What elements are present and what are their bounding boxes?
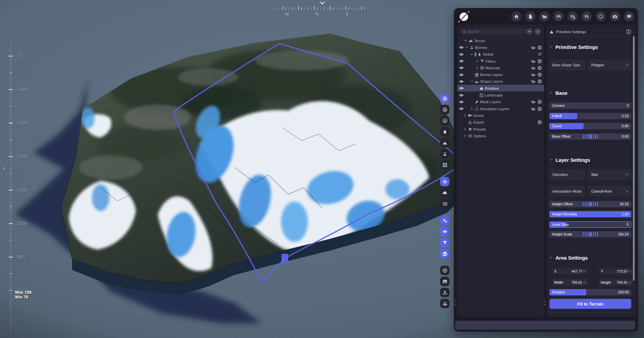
tool-world-button[interactable] xyxy=(440,94,449,103)
sync-button[interactable] xyxy=(596,11,606,21)
tool-record-button[interactable] xyxy=(440,266,449,275)
tool-processes-button[interactable] xyxy=(440,216,449,225)
folder-icon[interactable] xyxy=(531,59,536,64)
tree-item-terrain[interactable]: Terrain xyxy=(457,37,544,44)
tool-visibility-button[interactable] xyxy=(440,227,449,236)
tree-item-export[interactable]: Export xyxy=(457,119,544,126)
save-edit-button[interactable] xyxy=(582,11,592,21)
visibility-eye-icon[interactable] xyxy=(459,65,464,70)
folder-icon[interactable] xyxy=(531,79,536,84)
visibility-eye-icon[interactable] xyxy=(459,93,464,98)
add-icon[interactable] xyxy=(537,72,542,77)
chevron-down-icon[interactable] xyxy=(470,53,474,56)
screenshot-button[interactable] xyxy=(610,11,620,21)
section-primitive-settings[interactable]: Primitive Settings xyxy=(549,44,631,50)
visibility-eye-icon[interactable] xyxy=(459,79,464,84)
home-button[interactable] xyxy=(511,11,521,21)
resize-handle[interactable] xyxy=(454,299,455,307)
base-offset-slider[interactable]: Base Offset 0.00 xyxy=(549,133,631,140)
tool-world-alt-button[interactable] xyxy=(440,105,449,114)
open-folder-button[interactable] xyxy=(539,11,549,21)
tree-item-presets[interactable]: Presets xyxy=(457,126,544,132)
area-y-field[interactable]: Y 773.57 m xyxy=(598,268,633,275)
new-file-button[interactable] xyxy=(525,11,535,21)
tool-sun-button[interactable] xyxy=(440,177,449,186)
section-base[interactable]: Base xyxy=(549,89,631,96)
area-height-field[interactable]: Height 755.61 m xyxy=(598,279,633,286)
section-area-settings[interactable]: Area Settings xyxy=(549,254,631,261)
height-blending-slider[interactable]: Height Blending 1.00 xyxy=(549,211,631,217)
section-layer-settings[interactable]: Layer Settings xyxy=(549,156,631,163)
add-icon[interactable] xyxy=(537,45,542,50)
tool-export-button[interactable] xyxy=(440,288,449,297)
visibility-eye-icon[interactable] xyxy=(459,86,464,91)
chevron-down-icon[interactable] xyxy=(470,80,474,83)
add-icon[interactable] xyxy=(537,107,542,111)
help-button[interactable] xyxy=(624,11,634,21)
search-input[interactable] xyxy=(468,29,524,33)
tree-item-mask-layers[interactable]: Mask Layers xyxy=(457,98,544,105)
collapse-all-button[interactable] xyxy=(526,28,533,35)
folder-icon[interactable] xyxy=(531,107,536,111)
search-bar[interactable] xyxy=(460,28,526,35)
curve-slider[interactable]: Curve 0.80 xyxy=(549,123,631,129)
tree-item-biome-layers[interactable]: Biome Layers xyxy=(457,71,544,78)
visibility-eye-icon[interactable] xyxy=(459,106,464,111)
chevron-right-icon[interactable] xyxy=(463,134,467,138)
tool-cloud-button[interactable] xyxy=(440,188,449,197)
rotation-slider[interactable]: Rotation 163.09 xyxy=(549,289,631,295)
height-scale-slider[interactable]: Height Scale 156.20 xyxy=(549,231,631,238)
tree-item-simulation-layers[interactable]: Simulation Layers xyxy=(457,105,544,112)
tree-item-landscape[interactable]: Landscape xyxy=(457,91,544,98)
tool-erosion-button[interactable] xyxy=(440,127,449,136)
resize-handle[interactable] xyxy=(544,299,545,307)
tool-layers-button[interactable] xyxy=(440,249,449,258)
visibility-eye-icon[interactable] xyxy=(459,45,464,50)
settings-scrollbar[interactable] xyxy=(633,36,635,281)
folder-icon[interactable] xyxy=(531,99,536,104)
visibility-eye-icon[interactable] xyxy=(459,99,464,105)
fit-to-terrain-button[interactable]: Fit to Terrain xyxy=(549,299,631,309)
folder-icon[interactable] xyxy=(531,72,536,77)
add-icon[interactable] xyxy=(537,120,542,125)
visibility-eye-icon[interactable] xyxy=(459,59,464,64)
tool-terrain-circle-button[interactable] xyxy=(440,116,449,125)
add-icon[interactable] xyxy=(537,59,542,64)
chevron-right-icon[interactable] xyxy=(470,107,474,111)
chevron-right-icon[interactable] xyxy=(463,114,467,117)
save-as-button[interactable] xyxy=(568,11,578,21)
corners-field[interactable]: Corners 3 xyxy=(549,103,631,109)
area-x-field[interactable]: X 447.77 m xyxy=(552,268,588,275)
tree-item-global[interactable]: Global xyxy=(457,51,544,58)
tool-image-button[interactable] xyxy=(440,277,449,286)
chevron-right-icon[interactable] xyxy=(475,66,479,70)
compass[interactable]: W N E xyxy=(267,1,377,17)
tree-item-biomes[interactable]: Biomes xyxy=(457,44,544,51)
chevron-right-icon[interactable] xyxy=(475,59,479,63)
tool-stats-button[interactable] xyxy=(440,299,449,308)
tree-item-shape-layers[interactable]: Shape Layers xyxy=(457,78,544,85)
chevron-down-icon[interactable] xyxy=(465,46,469,49)
folder-icon[interactable] xyxy=(531,45,536,50)
tree-item-primitive[interactable]: Primitive xyxy=(457,85,544,91)
tool-mountain-button[interactable] xyxy=(440,138,449,147)
base-shape-type-select[interactable]: Polygon xyxy=(588,60,631,70)
level-step-slider[interactable]: Level Step 5 xyxy=(549,221,631,228)
interpolation-mode-select[interactable]: Catmull-Rom xyxy=(588,186,631,197)
add-icon[interactable] xyxy=(537,66,542,70)
add-icon[interactable] xyxy=(537,99,542,104)
add-icon[interactable] xyxy=(537,79,542,84)
chevron-right-icon[interactable] xyxy=(463,127,467,131)
tree-item-filters[interactable]: Filters xyxy=(457,58,544,64)
save-button[interactable] xyxy=(553,11,564,21)
visibility-eye-icon[interactable] xyxy=(459,72,464,77)
area-width-field[interactable]: Width 755.61 m xyxy=(552,279,588,286)
height-offset-slider[interactable]: Height Offset 93.20 xyxy=(549,201,631,207)
tree-item-materials[interactable]: Materials xyxy=(457,64,544,71)
tree-item-scene[interactable]: Scene xyxy=(457,112,544,119)
folder-icon[interactable] xyxy=(531,66,536,70)
info-icon[interactable] xyxy=(626,29,631,35)
visibility-eye-icon[interactable] xyxy=(459,52,464,57)
app-logo-icon[interactable] xyxy=(458,11,470,23)
tool-filter-button[interactable] xyxy=(440,238,449,247)
